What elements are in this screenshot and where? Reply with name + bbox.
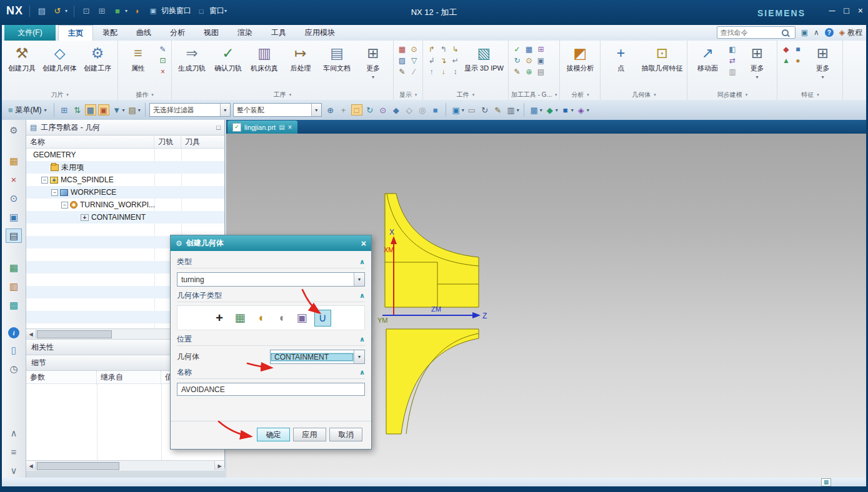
mw-add-icon[interactable]: ⊕ (523, 66, 535, 77)
type-dropdown[interactable]: turning ▾ (177, 272, 365, 287)
tree-row[interactable]: −WORKPIECE (26, 186, 224, 199)
name-section-header[interactable]: 名称 ∧ (177, 366, 365, 379)
ok-button[interactable]: 确定 (257, 428, 290, 441)
mw-target-icon[interactable]: ⊙ (523, 55, 535, 66)
paste-icon[interactable]: ⊞ (96, 6, 107, 17)
edit-display-icon[interactable]: ▨ (396, 55, 408, 66)
grid-menu-icon[interactable]: ▥▾ (505, 104, 520, 116)
window-view-icon[interactable]: ▣▾ (450, 104, 465, 116)
solid-menu-icon[interactable]: ■▾ (559, 104, 574, 116)
maximize-button[interactable]: □ (844, 6, 849, 16)
mw-check-icon[interactable]: ✓ (511, 44, 523, 55)
close-button[interactable]: × (858, 6, 863, 16)
select-swap-icon[interactable]: ⇅ (71, 104, 84, 116)
ipw-path-icon-4[interactable]: ↲ (426, 55, 437, 66)
assembly-navigator-icon[interactable]: ▦ (6, 154, 22, 168)
tab-8[interactable]: 应用模块 (296, 25, 344, 41)
snap-point-icon[interactable]: ◎ (416, 104, 429, 116)
geometry-dropdown[interactable]: CONTAINMENT ▾ (270, 350, 365, 364)
group-dialog-caret-icon[interactable]: ▾ (289, 92, 292, 97)
refresh-view-icon[interactable]: ↻ (479, 104, 491, 116)
tab-2[interactable]: 装配 (93, 25, 127, 41)
switch-window-button[interactable]: ▣ 切换窗口 (147, 6, 191, 17)
turn-part-subtype-icon[interactable]: ◖ (273, 310, 290, 327)
expander-icon[interactable]: − (51, 189, 58, 196)
mw-box-icon[interactable]: ▣ (535, 55, 547, 66)
ipw-path-icon-1[interactable]: ↱ (426, 44, 437, 55)
group-dialog-caret-icon[interactable]: ▾ (66, 92, 69, 97)
mw-doc-icon[interactable]: ▤ (535, 66, 547, 77)
mw-plus-icon[interactable]: ⊞ (535, 44, 547, 55)
panel-collapse-down-icon[interactable]: ∨ (6, 463, 22, 478)
scroll-left-icon[interactable]: ◀ (26, 330, 36, 338)
snap-toggle-icon[interactable]: ▣ (97, 104, 110, 116)
cancel-button[interactable]: 取消 (329, 428, 362, 441)
ipw-path-icon-6[interactable]: ↵ (449, 55, 461, 66)
internet-doc-icon[interactable]: ▯ (6, 343, 22, 357)
template-library-icon[interactable]: ▩ (6, 298, 22, 312)
selection-scope-caret-icon[interactable]: ▾ (311, 104, 321, 116)
create-operation-button[interactable]: ⚙创建工序 (80, 42, 115, 74)
select-dot-icon[interactable]: ⊞ (58, 104, 71, 116)
show-wcs-icon[interactable]: ⊙ (408, 44, 420, 55)
details-column-inherited[interactable]: 继承自 (97, 371, 161, 383)
group-dialog-caret-icon[interactable]: ▾ (415, 92, 417, 97)
column-toolpath[interactable]: 刀轨 (154, 135, 181, 148)
display-pen-icon[interactable]: ✎ (396, 66, 408, 77)
part-tab-close-icon[interactable]: × (288, 123, 292, 132)
panel-collapse-up-icon[interactable]: ∧ (6, 426, 22, 440)
reuse-library-icon[interactable]: ▣ (6, 210, 22, 224)
details-hscrollbar[interactable]: ◀ ▶ (26, 460, 224, 471)
part-lower-section[interactable] (386, 329, 479, 434)
name-input[interactable] (177, 383, 365, 396)
ipw-path-icon-8[interactable]: ↓ (437, 66, 449, 77)
tree-row[interactable]: −+MCS_SPINDLE (26, 174, 224, 186)
selection-filter-caret-icon[interactable]: ▾ (220, 104, 230, 116)
operation-navigator-icon[interactable]: ▤ (6, 229, 22, 243)
tree-row[interactable]: 未用项 (26, 161, 224, 174)
highlight-toggle-icon[interactable]: ▦ (84, 104, 97, 116)
save-icon[interactable]: ▤ (36, 6, 47, 17)
fit-view-icon[interactable]: ⊕ (324, 104, 337, 116)
feature-icon-4[interactable]: ● (792, 55, 804, 66)
apply-button[interactable]: 应用 (293, 428, 326, 441)
tab-4[interactable]: 分析 (161, 25, 194, 41)
sync-face-icon-2[interactable]: ⇄ (726, 55, 738, 66)
collapse-chevron-icon[interactable]: ∧ (359, 335, 365, 343)
details-column-parameter[interactable]: 参数 (26, 371, 97, 383)
display-filter-icon[interactable]: ▽ (408, 55, 420, 66)
tutorial-button[interactable]: ◈ 教程 (839, 27, 862, 38)
scrollbar-thumb[interactable] (37, 330, 112, 338)
file-tab[interactable]: 文件(F) (4, 25, 56, 41)
copy-icon[interactable]: ⊡ (81, 6, 92, 17)
status-grid-icon[interactable]: ▦ (821, 478, 831, 486)
location-section-header[interactable]: 位置 ∧ (177, 333, 365, 346)
mcs-subtype-icon[interactable]: + (211, 310, 228, 327)
sequence-subtype-icon[interactable]: ▣ (294, 310, 311, 327)
window-menu-button[interactable]: □ 窗口 ▾ (196, 6, 227, 17)
ipw-path-icon-2[interactable]: ↰ (437, 44, 449, 55)
create-tool-button[interactable]: ⚒创建刀具 (4, 42, 39, 74)
selection-filter-dropdown[interactable]: 无选择过滤器 ▾ (149, 103, 231, 117)
wcs-menu-icon[interactable]: ▼▾ (111, 104, 126, 116)
expander-icon[interactable]: − (41, 177, 48, 184)
mw-grid-icon[interactable]: ▦ (523, 44, 535, 55)
mw-pen-icon[interactable]: ✎ (511, 66, 523, 77)
expander-icon[interactable]: − (61, 202, 68, 209)
view-cube-icon[interactable]: ■ (429, 104, 442, 116)
minimize-ribbon-icon[interactable]: ∧ (814, 28, 819, 37)
dialog-title-bar[interactable]: ⚙ 创建几何体 × (171, 235, 371, 251)
move-face-button[interactable]: ↗移动面 (690, 42, 725, 74)
display-line-icon[interactable]: ∕ (408, 66, 420, 77)
group-dialog-caret-icon[interactable]: ▾ (151, 92, 154, 97)
info-icon[interactable]: i (8, 327, 19, 338)
zoom-icon[interactable]: ⊙ (377, 104, 389, 116)
feature-icon-2[interactable]: ■ (792, 44, 804, 55)
navigator-title-bar[interactable]: ▤ 工序导航器 - 几何 □ (26, 120, 224, 135)
selection-scope-dropdown[interactable]: 整个装配 ▾ (233, 103, 322, 117)
group-dialog-caret-icon[interactable]: ▾ (654, 92, 656, 97)
tab-5[interactable]: 视图 (194, 25, 228, 41)
dialog-close-icon[interactable]: × (361, 239, 366, 248)
effects-menu-icon[interactable]: ◈▾ (575, 104, 590, 116)
ipw-path-icon-3[interactable]: ↳ (449, 44, 461, 55)
